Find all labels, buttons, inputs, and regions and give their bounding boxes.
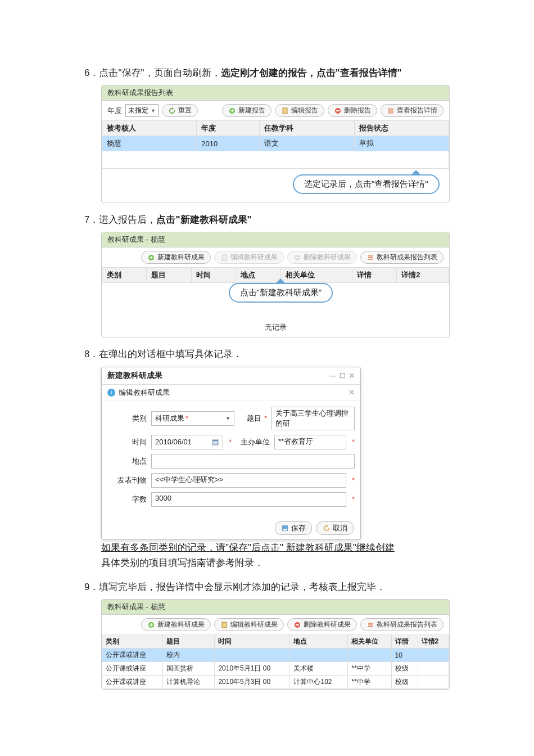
save-button[interactable]: 保存 <box>275 521 312 535</box>
toolbar: 新建教科研成果 编辑教科研成果 删除教科研成果 教科研成果报告列表 <box>102 248 449 267</box>
chevron-down-icon: ▼ <box>151 108 156 114</box>
refresh-icon <box>168 107 176 115</box>
dialog-titlebar: 新建教科研成果 — ☐ ✕ <box>102 367 360 385</box>
chevron-down-icon: ▼ <box>225 416 230 421</box>
host-input[interactable]: **省教育厅 <box>274 435 346 449</box>
cancel-button[interactable]: 取消 <box>316 521 354 535</box>
time-label: 时间 <box>107 437 147 447</box>
cancel-icon <box>323 524 331 532</box>
delete-icon <box>334 107 342 115</box>
step-7-text: 7．进入报告后，点击"新建教科研成果" <box>84 212 450 227</box>
close-icon[interactable]: ✕ <box>349 388 355 397</box>
time-input[interactable]: 2010/06/01 <box>151 435 223 449</box>
edit-icon <box>220 254 228 262</box>
type-label: 类别 <box>107 413 147 424</box>
table-row[interactable]: 杨慧 2010 语文 草拟 <box>102 136 449 151</box>
list-icon <box>366 254 374 262</box>
place-label: 地点 <box>107 456 147 466</box>
year-select[interactable]: 未指定 ▼ <box>125 104 159 117</box>
svg-rect-8 <box>296 257 299 258</box>
panel-report-list: 教科研成果报告列表 年度 未指定 ▼ 重置 新建报告 <box>101 85 450 203</box>
year-value: 未指定 <box>128 106 148 115</box>
edit-achievement-button[interactable]: 编辑教科研成果 <box>214 251 284 264</box>
svg-rect-14 <box>222 622 227 628</box>
delete-achievement-button[interactable]: 删除教科研成果 <box>287 251 357 264</box>
svg-rect-10 <box>212 440 218 441</box>
publication-input[interactable]: <<中学生心理研究>> <box>151 473 346 488</box>
close-icon[interactable]: ✕ <box>349 372 355 380</box>
svg-rect-6 <box>222 255 227 260</box>
panel-achievement-filled: 教科研成果 - 杨慧 新建教科研成果 编辑教科研成果 删除教科研成果 <box>101 599 450 690</box>
edit-achievement-button[interactable]: 编辑教科研成果 <box>214 618 284 631</box>
edit-icon <box>281 107 289 115</box>
callout-bubble: 选定记录后，点击"查看报告详情" <box>293 174 440 194</box>
delete-icon <box>293 254 301 262</box>
toolbar: 年度 未指定 ▼ 重置 新建报告 编辑报告 <box>102 101 449 120</box>
step-8-note: 如果有多条同类别的记录，请"保存"后点击" 新建教科研成果"继续创建 <box>101 540 450 555</box>
reset-label: 重置 <box>178 106 192 115</box>
add-icon <box>147 254 155 262</box>
calendar-icon[interactable] <box>211 438 219 446</box>
list-icon <box>387 107 395 115</box>
achievement-table: 类别 题目 时间 地点 相关单位 详情 详情2 点击"新建教科研成果" 无记录 <box>102 267 449 337</box>
save-icon <box>281 524 289 532</box>
delete-icon <box>293 621 301 629</box>
topic-input[interactable]: 关于高三学生心理调控的研 <box>271 407 355 430</box>
table-row[interactable]: 公开课或讲座 国画赏析 2010年5月1日 00 美术楼 **中学 校级 <box>102 662 449 676</box>
step-6-text: 6．点击"保存"，页面自动刷新，选定刚才创建的报告，点击"查看报告详情" <box>84 65 450 80</box>
add-icon <box>147 621 155 629</box>
delete-achievement-button[interactable]: 删除教科研成果 <box>287 618 357 631</box>
svg-rect-16 <box>296 624 299 626</box>
step-9-text: 9．填写完毕后，报告详情中会显示刚才添加的记录，考核表上报完毕． <box>84 579 450 595</box>
svg-rect-1 <box>283 108 287 114</box>
table-row[interactable]: 公开课或讲座 计算机导论 2010年5月3日 00 计算中心102 **中学 校… <box>102 676 449 689</box>
list-icon <box>366 621 374 629</box>
step-bold: 选定刚才创建的报告，点击"查看报告详情" <box>221 68 402 78</box>
panel-achievement-empty: 教科研成果 - 杨慧 新建教科研成果 编辑教科研成果 删除教科研成果 <box>101 232 450 338</box>
place-input[interactable] <box>151 454 355 469</box>
words-input[interactable]: 3000 <box>151 492 346 507</box>
new-report-button[interactable]: 新建报告 <box>222 104 271 117</box>
dialog-title: 新建教科研成果 <box>107 371 162 381</box>
panel-title: 教科研成果报告列表 <box>102 86 449 101</box>
callout-bubble: 点击"新建教科研成果" <box>229 283 333 303</box>
new-achievement-dialog: 新建教科研成果 — ☐ ✕ i 编辑教科研成果 ✕ 类别 科研成果*▼ 题目 *… <box>101 367 361 540</box>
reset-button[interactable]: 重置 <box>162 104 198 117</box>
new-achievement-button[interactable]: 新建教科研成果 <box>141 618 211 631</box>
delete-report-button[interactable]: 删除报告 <box>328 104 377 117</box>
table-header: 类别 题目 时间 地点 相关单位 详情 详情2 <box>102 635 449 649</box>
minimize-icon[interactable]: — <box>329 372 336 380</box>
step-8-note2: 具体类别的项目填写指南请参考附录． <box>101 555 450 570</box>
report-table: 被考核人 年度 任教学科 报告状态 杨慧 2010 语文 草拟 <box>102 120 449 169</box>
achievement-list-button[interactable]: 教科研成果报告列表 <box>360 618 444 631</box>
achievement-list-button[interactable]: 教科研成果报告列表 <box>360 251 444 264</box>
svg-rect-3 <box>336 110 340 111</box>
toolbar: 新建教科研成果 编辑教科研成果 删除教科研成果 教科研成果报告列表 <box>102 615 449 634</box>
svg-rect-12 <box>283 529 287 530</box>
new-achievement-button[interactable]: 新建教科研成果 <box>141 251 211 264</box>
publication-label: 发表刊物 <box>107 475 147 485</box>
table-header: 被考核人 年度 任教学科 报告状态 <box>102 121 449 136</box>
table-row[interactable]: 公开课或讲座 校内 10 <box>102 649 449 662</box>
type-select[interactable]: 科研成果*▼ <box>151 411 234 426</box>
dialog-subheader: i 编辑教科研成果 ✕ <box>102 385 360 401</box>
step-8-text: 8．在弹出的对话框中填写具体记录． <box>84 346 450 362</box>
achievement-table: 类别 题目 时间 地点 相关单位 详情 详情2 公开课或讲座 校内 10 公开课… <box>102 634 449 689</box>
step-number: 6． <box>84 68 99 78</box>
panel-title: 教科研成果 - 杨慧 <box>102 600 449 615</box>
host-label: 主办单位 <box>236 437 270 447</box>
year-label: 年度 <box>107 106 122 116</box>
step-text: 点击"保存"，页面自动刷新， <box>99 68 220 78</box>
no-record-text: 无记录 <box>107 318 445 335</box>
view-report-button[interactable]: 查看报告详情 <box>381 104 444 117</box>
topic-label: 题目 * <box>239 413 267 424</box>
panel-title: 教科研成果 - 杨慧 <box>102 232 449 248</box>
add-icon <box>228 107 236 115</box>
edit-report-button[interactable]: 编辑报告 <box>275 104 324 117</box>
edit-icon <box>220 621 228 629</box>
words-label: 字数 <box>107 494 147 505</box>
info-icon: i <box>107 389 115 397</box>
maximize-icon[interactable]: ☐ <box>340 372 346 380</box>
